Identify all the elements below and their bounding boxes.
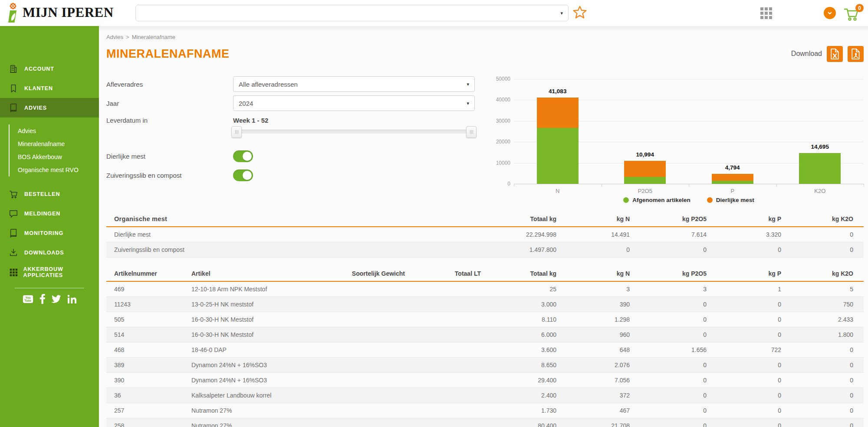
table-cell xyxy=(307,281,415,297)
youtube-icon[interactable]: You Tube xyxy=(23,295,33,303)
sidebar-item-advies[interactable]: ADVIES xyxy=(0,98,99,117)
table-row-artikel-505: 50516-0-30-H NK Meststof8.1101.298002.43… xyxy=(106,312,864,327)
legend-label: Afgenomen artikelen xyxy=(632,197,690,203)
table-row-zuiveringsslib-en-compost: Zuiveringsslib en compost1.497.8000000 xyxy=(106,242,864,258)
sidebar: ACCOUNTKLANTENADVIESAdviesMineralenafnam… xyxy=(0,26,99,427)
table-cell: 25 xyxy=(491,281,567,297)
bar-segment-afgenomen-artikelen xyxy=(537,128,579,184)
top-bar: MIJN IPEREN ▾ xyxy=(0,0,868,26)
table-cell: 12-10-18 Arm NPK Meststof xyxy=(184,281,307,297)
y-axis-tick-label: 0 xyxy=(494,181,510,187)
sidebar-item-akkerbouw-applicaties[interactable]: AKKERBOUW APPLICATIES xyxy=(0,262,99,282)
slider-handle-end[interactable] xyxy=(466,126,477,138)
table-cell: 3.000 xyxy=(491,297,567,312)
table-cell: 0 xyxy=(792,227,864,242)
toggle-knob xyxy=(243,171,252,180)
column-header-totaal-lt: Totaal LT xyxy=(415,266,491,281)
table-row-artikel-514: 51416-0-30-H NK Meststof6.000960001.800 xyxy=(106,327,864,342)
slider-handle-start[interactable] xyxy=(231,126,242,138)
table-cell: 16-0-30-H NK Meststof xyxy=(184,327,307,342)
toggle-knob xyxy=(243,152,252,161)
table-cell: 21.708 xyxy=(567,418,640,427)
bar-total-label: 4,794 xyxy=(699,164,766,171)
column-header-artikelnummer: Artikelnummer xyxy=(106,266,184,281)
x-axis-tick xyxy=(514,184,514,186)
bar-segment-dierlijke-mest xyxy=(537,98,579,128)
week-range-slider[interactable] xyxy=(233,130,475,134)
column-header-kg-n: kg N xyxy=(567,266,640,281)
twitter-icon[interactable] xyxy=(51,295,61,303)
table-cell: 0 xyxy=(717,418,792,427)
logo[interactable]: MIJN IPEREN xyxy=(6,3,114,23)
breadcrumb-mineralenafname: Mineralenafname xyxy=(132,34,175,40)
column-header-kg-p2o5: kg P2O5 xyxy=(640,212,717,227)
chat-icon xyxy=(9,209,24,218)
table-cell: 7.056 xyxy=(567,373,640,388)
x-axis-tick xyxy=(689,184,689,186)
breadcrumb-separator: > xyxy=(126,34,129,40)
sidebar-subitem-bos-akkerbouw[interactable]: BOS Akkerbouw xyxy=(18,150,99,163)
column-header-kg-p: kg P xyxy=(717,266,792,281)
sidebar-item-bestellen[interactable]: BESTELLEN xyxy=(0,184,99,204)
sidebar-subitem-organische-mest-rvo[interactable]: Organische mest RVO xyxy=(18,163,99,176)
table-cell xyxy=(307,388,415,403)
pdf-file-icon xyxy=(851,49,860,59)
table-cell: 1.730 xyxy=(491,403,567,418)
table-cell xyxy=(415,403,491,418)
download-pdf-button[interactable] xyxy=(848,46,864,62)
sidebar-item-label: ADVIES xyxy=(24,105,47,111)
sidebar-item-account[interactable]: ACCOUNT xyxy=(0,59,99,78)
bar-segment-dierlijke-mest xyxy=(624,161,666,177)
y-axis-tick-label: 20000 xyxy=(494,139,510,145)
table-row-artikel-36: 36Kalksalpeter Landbouw korrel2.40037200… xyxy=(106,388,864,403)
table-cell: 0 xyxy=(717,327,792,342)
favorite-star-icon[interactable] xyxy=(573,5,587,19)
zuiveringsslib-label: Zuiveringsslib en compost xyxy=(106,172,233,179)
column-header-totaal-kg: Totaal kg xyxy=(491,212,567,227)
sidebar-subitem-mineralenafname[interactable]: Mineralenafname xyxy=(18,137,99,150)
table-cell: Nutramon 27% xyxy=(184,403,307,418)
table-cell xyxy=(415,281,491,297)
zuiveringsslib-toggle[interactable] xyxy=(233,169,253,181)
download-excel-button[interactable] xyxy=(827,46,843,62)
sidebar-item-monitoring[interactable]: MONITORING xyxy=(0,223,99,243)
sidebar-item-label: MELDINGEN xyxy=(24,211,60,217)
table-title: Organische mest xyxy=(114,215,167,222)
sidebar-subitem-advies[interactable]: Advies xyxy=(18,124,99,137)
afleveradres-label: Afleveradres xyxy=(106,81,233,88)
table-cell xyxy=(307,297,415,312)
breadcrumb-advies[interactable]: Advies xyxy=(106,34,123,40)
excel-file-icon xyxy=(830,49,839,59)
legend-item-afgenomen-artikelen: Afgenomen artikelen xyxy=(623,197,690,203)
table-cell: 2.433 xyxy=(792,312,864,327)
jaar-select[interactable]: 2024 ▾ xyxy=(233,95,475,111)
sidebar-item-downloads[interactable]: DOWNLOADS xyxy=(0,243,99,262)
linkedin-icon[interactable] xyxy=(67,295,76,303)
sidebar-item-meldingen[interactable]: MELDINGEN xyxy=(0,204,99,223)
download-area: Download xyxy=(791,46,864,62)
apps-grid-icon[interactable] xyxy=(760,7,772,19)
filters-panel: Afleveradres Alle afleveradressen ▾ Jaar… xyxy=(106,74,475,183)
legend-item-dierlijke-mest: Dierlijke mest xyxy=(707,197,754,203)
company-select[interactable]: ▾ xyxy=(135,5,569,21)
dierlijke-mest-toggle[interactable] xyxy=(233,150,253,162)
x-axis-tick xyxy=(602,184,602,186)
cart-button[interactable]: 0 xyxy=(844,7,863,22)
y-axis-tick-label: 10000 xyxy=(494,160,510,166)
organische-mest-table: Organische mestTotaal kgkg Nkg P2O5kg Pk… xyxy=(106,212,864,258)
table-row-artikel-389: 389Dynamon 24%N + 16%SO38.6502.076000 xyxy=(106,358,864,373)
table-cell: Kalksalpeter Landbouw korrel xyxy=(184,388,307,403)
facebook-icon[interactable] xyxy=(39,294,45,304)
afleveradres-select[interactable]: Alle afleveradressen ▾ xyxy=(233,76,475,92)
book-icon xyxy=(9,228,24,238)
account-chevron-button[interactable] xyxy=(824,7,836,19)
jaar-label: Jaar xyxy=(106,100,233,107)
column-header-kg-p2o5: kg P2O5 xyxy=(640,266,717,281)
table-cell: 258 xyxy=(106,418,184,427)
chart-gridline xyxy=(514,79,864,79)
table-cell: 18-46-0 DAP xyxy=(184,342,307,358)
table-cell: Dynamon 24%N + 16%SO3 xyxy=(184,358,307,373)
table-cell: 390 xyxy=(567,297,640,312)
sidebar-item-klanten[interactable]: KLANTEN xyxy=(0,78,99,98)
column-header-soortelijk-gewicht: Soortelijk Gewicht xyxy=(307,266,415,281)
